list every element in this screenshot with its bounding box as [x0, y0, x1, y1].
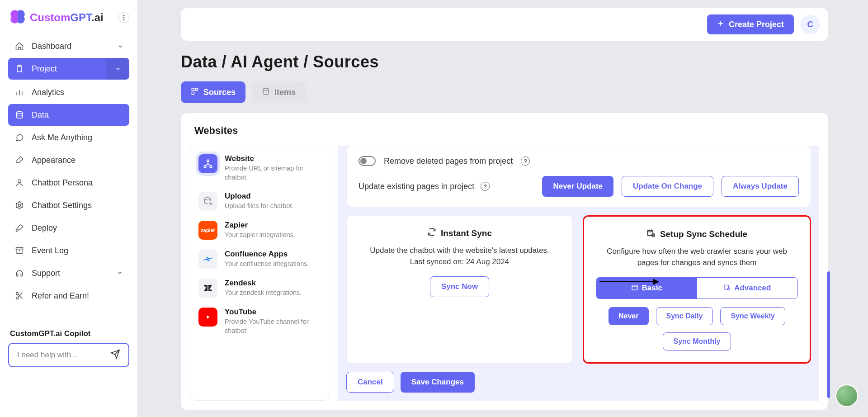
sidebar-more-icon[interactable] — [118, 12, 129, 23]
annotation-arrow — [599, 281, 658, 282]
calendar-icon — [631, 284, 638, 293]
brand-ai: .ai — [91, 11, 104, 24]
save-changes-button[interactable]: Save Changes — [401, 372, 475, 393]
topbar: Create Project C — [181, 8, 828, 41]
cancel-button[interactable]: Cancel — [346, 372, 394, 393]
nav-analytics[interactable]: Analytics — [8, 81, 129, 103]
nav-settings[interactable]: Chatbot Settings — [8, 194, 129, 216]
database-icon — [14, 110, 24, 119]
svg-point-22 — [207, 160, 209, 162]
svg-rect-19 — [196, 88, 198, 90]
nav-eventlog-label: Event Log — [32, 246, 68, 256]
never-update-button[interactable]: Never Update — [542, 176, 613, 197]
source-confluence-desc: Your confluence integrations. — [225, 260, 309, 269]
never-chip[interactable]: Never — [609, 307, 648, 325]
remove-deleted-toggle[interactable] — [359, 156, 376, 166]
source-confluence[interactable]: Confluence AppsYour confluence integrati… — [198, 250, 321, 269]
confluence-icon — [198, 250, 217, 269]
update-existing-row: Update existing pages in project ? Never… — [359, 176, 799, 197]
update-on-change-button[interactable]: Update On Change — [622, 176, 713, 197]
nav-deploy-label: Deploy — [32, 223, 57, 233]
send-icon[interactable] — [110, 349, 120, 361]
source-website-name: Website — [225, 154, 321, 163]
upload-db-icon — [198, 192, 217, 211]
nav-project[interactable]: Project — [8, 58, 129, 80]
svg-point-9 — [18, 180, 21, 183]
sitemap-icon — [198, 154, 217, 173]
chat-icon — [14, 133, 24, 142]
brand-custom: Custom — [30, 11, 70, 24]
project-chevron-box[interactable] — [106, 58, 129, 80]
svg-point-0 — [123, 15, 125, 16]
nav-refer[interactable]: Refer and Earn! — [8, 285, 129, 307]
svg-point-2 — [123, 19, 125, 21]
always-update-button[interactable]: Always Update — [722, 176, 799, 197]
chevron-down-icon — [117, 269, 123, 278]
zapier-icon: zapier — [198, 221, 217, 240]
source-zapier-name: Zapier — [225, 221, 295, 230]
action-row: Cancel Save Changes — [346, 372, 811, 393]
youtube-icon — [198, 308, 217, 327]
sidebar: CustomGPT.ai Dashboard Project Analytics… — [0, 0, 137, 417]
user-avatar[interactable]: C — [800, 14, 820, 34]
nav-project-label: Project — [32, 64, 57, 74]
schedule-desc: Configure how often the web crawler scan… — [596, 246, 798, 268]
source-youtube[interactable]: YouTubeProvide YouTube channel for chatb… — [198, 308, 321, 335]
panel-title: Websites — [181, 125, 828, 146]
brand-gpt: GPT — [70, 11, 91, 24]
brand-logo[interactable]: CustomGPT.ai — [8, 8, 104, 27]
nav-dashboard[interactable]: Dashboard — [8, 35, 129, 57]
advanced-tab[interactable]: Advanced — [697, 278, 798, 299]
copilot-label: CustomGPT.ai Copilot — [8, 329, 129, 338]
svg-point-8 — [16, 112, 22, 114]
nav-eventlog[interactable]: Event Log — [8, 240, 129, 261]
source-confluence-name: Confluence Apps — [225, 250, 309, 259]
nav-persona[interactable]: Chatbot Persona — [8, 172, 129, 194]
headset-icon — [14, 269, 24, 278]
remove-deleted-label: Remove deleted pages from project — [384, 156, 513, 166]
source-zapier[interactable]: zapier ZapierYour zapier integrations. — [198, 221, 321, 240]
copilot-input[interactable]: I need help with... — [8, 343, 129, 367]
source-zendesk[interactable]: ZendeskYour zendesk integrations. — [198, 279, 321, 298]
chat-widget-avatar[interactable] — [835, 384, 858, 407]
archive-icon — [14, 246, 24, 255]
nav-refer-label: Refer and Earn! — [32, 291, 89, 301]
svg-point-12 — [16, 293, 19, 295]
scrollbar[interactable] — [827, 271, 830, 398]
svg-point-21 — [263, 88, 269, 90]
tab-items[interactable]: Items — [252, 81, 306, 103]
nav-analytics-label: Analytics — [32, 88, 64, 97]
svg-rect-18 — [192, 88, 194, 90]
tab-sources[interactable]: Sources — [181, 81, 245, 103]
nav-appearance[interactable]: Appearance — [8, 149, 129, 171]
source-website-desc: Provide URL or sitemap for chatbot. — [225, 164, 321, 182]
nav-support-label: Support — [32, 269, 60, 278]
svg-point-10 — [19, 204, 21, 207]
info-icon[interactable]: ? — [481, 182, 490, 191]
nav-support[interactable]: Support — [8, 262, 129, 284]
bar-chart-icon — [14, 88, 24, 97]
sync-now-button[interactable]: Sync Now — [430, 276, 489, 297]
chevron-down-icon — [115, 43, 125, 49]
daily-chip[interactable]: Sync Daily — [656, 307, 713, 325]
create-project-button[interactable]: Create Project — [707, 14, 794, 34]
source-upload[interactable]: UploadUpload files for chatbot. — [198, 192, 321, 211]
brush-icon — [14, 156, 24, 165]
monthly-chip[interactable]: Sync Monthly — [663, 332, 731, 351]
svg-rect-33 — [632, 285, 637, 290]
source-website[interactable]: WebsiteProvide URL or sitemap for chatbo… — [198, 154, 321, 182]
calendar-clock-icon — [723, 284, 731, 293]
nav-data[interactable]: Data — [8, 104, 129, 126]
source-upload-name: Upload — [225, 192, 293, 201]
sources-icon — [191, 87, 199, 98]
right-column: Remove deleted pages from project ? Upda… — [338, 146, 819, 401]
svg-rect-20 — [192, 92, 194, 94]
nav-ask[interactable]: Ask Me Anything — [8, 127, 129, 148]
nav-deploy[interactable]: Deploy — [8, 217, 129, 239]
nav-settings-label: Chatbot Settings — [32, 201, 92, 210]
info-icon[interactable]: ? — [521, 156, 530, 166]
weekly-chip[interactable]: Sync Weekly — [720, 307, 785, 325]
scissors-icon — [14, 291, 24, 300]
panel-body: WebsiteProvide URL or sitemap for chatbo… — [181, 146, 828, 410]
schedule-mode-segmented: Basic Advanced — [596, 277, 798, 299]
